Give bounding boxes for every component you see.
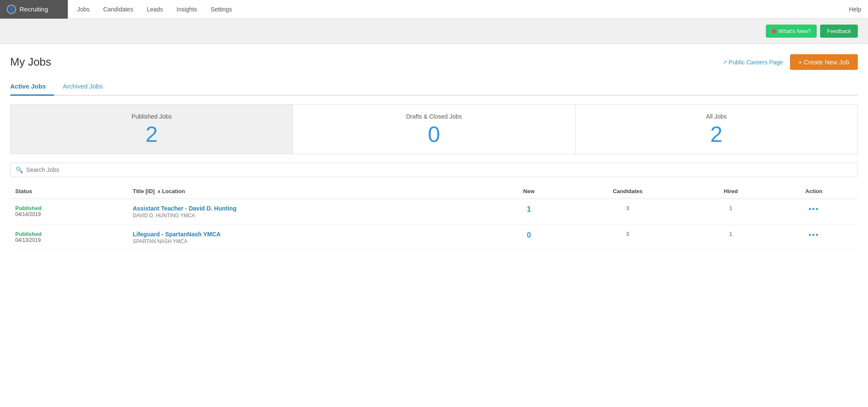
nav-brand[interactable]: 👤 Recruiting (0, 0, 68, 19)
nav-right: Help (842, 6, 868, 13)
cell-new: 0 (494, 225, 563, 251)
action-menu-button[interactable]: ••• (809, 205, 819, 213)
col-header-action: Action (770, 184, 858, 199)
jobs-table: Status Title [ID] ∧ Location New Candida… (10, 184, 858, 251)
job-title-link[interactable]: Assistant Teacher - David D. Hunting (133, 205, 236, 212)
new-count: 0 (527, 231, 531, 239)
cell-hired: 1 (692, 225, 770, 251)
create-job-button[interactable]: + Create New Job (790, 54, 858, 70)
col-header-hired: Hired (692, 184, 770, 199)
whats-new-button[interactable]: What's New? (766, 25, 817, 38)
top-nav: 👤 Recruiting Jobs Candidates Leads Insig… (0, 0, 868, 19)
page-title: My Jobs (10, 55, 51, 69)
stat-all-value: 2 (586, 123, 847, 145)
status-label: Published (15, 205, 122, 211)
tab-active-jobs[interactable]: Active Jobs (10, 78, 54, 95)
col-header-candidates: Candidates (564, 184, 692, 199)
nav-link-candidates[interactable]: Candidates (97, 0, 139, 19)
col-header-title[interactable]: Title [ID] ∧ Location (128, 184, 494, 199)
nav-links: Jobs Candidates Leads Insights Settings (68, 0, 241, 19)
cell-hired: 1 (692, 199, 770, 225)
status-date: 04/13/2019 (15, 237, 122, 243)
job-title-link[interactable]: Lifeguard - SpartanNash YMCA (133, 231, 220, 238)
main-content: My Jobs ↗ Public Careers Page + Create N… (0, 44, 868, 407)
stat-published-label: Published Jobs (21, 113, 282, 120)
help-link[interactable]: Help (849, 6, 861, 13)
job-location: DAVID D. HUNTING YMCA (133, 213, 489, 219)
cell-status: Published 04/14/2019 (10, 199, 128, 225)
new-count: 1 (527, 205, 531, 213)
nav-link-leads[interactable]: Leads (141, 0, 169, 19)
cell-title: Lifeguard - SpartanNash YMCA SPARTAN NAS… (128, 225, 494, 251)
nav-link-insights[interactable]: Insights (171, 0, 203, 19)
cell-title: Assistant Teacher - David D. Hunting DAV… (128, 199, 494, 225)
tab-archived-jobs[interactable]: Archived Jobs (63, 78, 111, 95)
stat-all-jobs[interactable]: All Jobs 2 (576, 105, 857, 154)
action-menu-button[interactable]: ••• (809, 231, 819, 239)
table-header-row: Status Title [ID] ∧ Location New Candida… (10, 184, 858, 199)
stat-all-label: All Jobs (586, 113, 847, 120)
nav-link-jobs[interactable]: Jobs (71, 0, 96, 19)
stat-drafts-label: Drafts & Closed Jobs (303, 113, 565, 120)
col-header-new: New (494, 184, 563, 199)
col-header-status: Status (10, 184, 128, 199)
whats-new-label: What's New? (779, 28, 811, 34)
stat-drafts-closed-jobs[interactable]: Drafts & Closed Jobs 0 (293, 105, 575, 154)
external-link-icon: ↗ (723, 59, 727, 65)
search-input[interactable] (26, 166, 852, 173)
notification-dot (772, 29, 776, 33)
sub-header: What's New? Feedback (0, 19, 868, 44)
stat-drafts-value: 0 (303, 123, 565, 145)
feedback-button[interactable]: Feedback (820, 25, 858, 38)
cell-new: 1 (494, 199, 563, 225)
cell-action: ••• (770, 225, 858, 251)
public-careers-link[interactable]: ↗ Public Careers Page (723, 59, 783, 66)
job-location: SPARTAN NASH YMCA (133, 238, 489, 244)
sort-asc-icon: ∧ (157, 189, 161, 194)
search-icon: 🔍 (16, 166, 23, 173)
cell-action: ••• (770, 199, 858, 225)
cell-status: Published 04/13/2019 (10, 225, 128, 251)
stat-published-value: 2 (21, 123, 282, 145)
stats-row: Published Jobs 2 Drafts & Closed Jobs 0 … (10, 104, 858, 154)
nav-link-settings[interactable]: Settings (205, 0, 238, 19)
tabs: Active Jobs Archived Jobs (10, 78, 858, 96)
page-header-actions: ↗ Public Careers Page + Create New Job (723, 54, 858, 70)
user-avatar-icon: 👤 (7, 5, 16, 14)
table-row: Published 04/13/2019 Lifeguard - Spartan… (10, 225, 858, 251)
search-bar: 🔍 (10, 163, 858, 177)
status-date: 04/14/2019 (15, 211, 122, 217)
page-header: My Jobs ↗ Public Careers Page + Create N… (10, 54, 858, 70)
cell-candidates: 3 (564, 225, 692, 251)
status-label: Published (15, 231, 122, 237)
table-row: Published 04/14/2019 Assistant Teacher -… (10, 199, 858, 225)
cell-candidates: 3 (564, 199, 692, 225)
brand-label: Recruiting (19, 6, 48, 13)
stat-published-jobs[interactable]: Published Jobs 2 (11, 105, 293, 154)
